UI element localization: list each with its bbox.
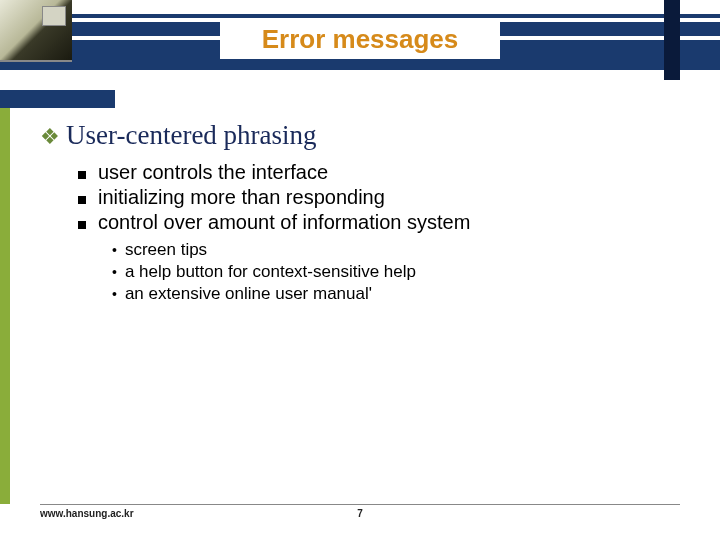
slide-content: ❖ User-centered phrasing user controls t… xyxy=(40,120,690,306)
header-stripe-thin xyxy=(0,14,720,18)
square-bullet-icon xyxy=(78,171,86,179)
square-bullet-icon xyxy=(78,221,86,229)
list-item-text: user controls the interface xyxy=(98,161,328,184)
slide-header: Error messages xyxy=(0,0,720,70)
list-item: control over amount of information syste… xyxy=(78,211,690,234)
list-item: initializing more than responding xyxy=(78,186,690,209)
header-right-accent xyxy=(664,0,680,80)
dot-bullet-icon: • xyxy=(112,286,117,302)
list-item: • a help button for context-sensitive he… xyxy=(112,262,690,282)
slide-title: Error messages xyxy=(220,20,500,59)
heading-item: ❖ User-centered phrasing xyxy=(40,120,690,151)
subheader-bar xyxy=(0,90,115,108)
corner-decorative-image xyxy=(0,0,72,62)
list-item: • screen tips xyxy=(112,240,690,260)
list-item-text: control over amount of information syste… xyxy=(98,211,470,234)
list-item: • an extensive online user manual' xyxy=(112,284,690,304)
dot-bullet-icon: • xyxy=(112,242,117,258)
square-bullet-icon xyxy=(78,196,86,204)
list-item: user controls the interface xyxy=(78,161,690,184)
heading-text: User-centered phrasing xyxy=(66,120,317,151)
level2-list: user controls the interface initializing… xyxy=(78,161,690,234)
list-item-text: screen tips xyxy=(125,240,207,260)
left-green-stripe xyxy=(0,108,10,504)
footer-url: www.hansung.ac.kr xyxy=(40,508,134,519)
list-item-text: an extensive online user manual' xyxy=(125,284,372,304)
dot-bullet-icon: • xyxy=(112,264,117,280)
slide-footer: www.hansung.ac.kr 7 xyxy=(40,504,680,524)
diamond-bullet-icon: ❖ xyxy=(40,126,60,148)
footer-page-number: 7 xyxy=(357,508,363,519)
level3-list: • screen tips • a help button for contex… xyxy=(112,240,690,304)
list-item-text: initializing more than responding xyxy=(98,186,385,209)
list-item-text: a help button for context-sensitive help xyxy=(125,262,416,282)
